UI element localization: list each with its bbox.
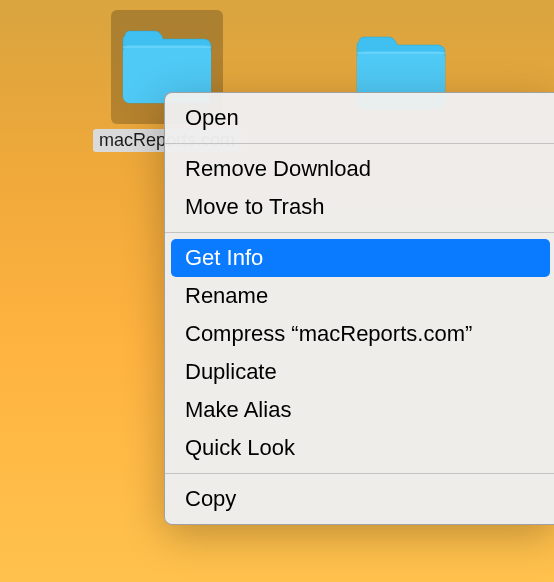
context-menu[interactable]: Open Remove Download Move to Trash Get I… — [164, 92, 554, 525]
menu-item-compress[interactable]: Compress “macReports.com” — [165, 315, 554, 353]
menu-item-rename[interactable]: Rename — [165, 277, 554, 315]
menu-item-remove-download[interactable]: Remove Download — [165, 150, 554, 188]
desktop[interactable]: macReports.com Open Remove Download Move… — [0, 0, 554, 582]
menu-separator — [165, 473, 554, 474]
menu-item-move-to-trash[interactable]: Move to Trash — [165, 188, 554, 226]
menu-separator — [165, 143, 554, 144]
menu-item-copy[interactable]: Copy — [165, 480, 554, 518]
menu-item-quick-look[interactable]: Quick Look — [165, 429, 554, 467]
menu-item-make-alias[interactable]: Make Alias — [165, 391, 554, 429]
menu-item-get-info[interactable]: Get Info — [171, 239, 550, 277]
menu-item-open[interactable]: Open — [165, 99, 554, 137]
menu-item-duplicate[interactable]: Duplicate — [165, 353, 554, 391]
menu-separator — [165, 232, 554, 233]
